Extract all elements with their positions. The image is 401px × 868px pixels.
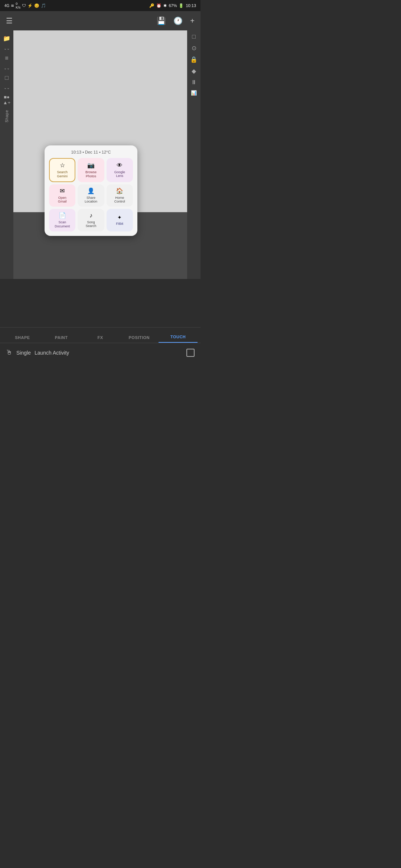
search-gemini-label: SearchGemini (57, 170, 68, 178)
share-location-button[interactable]: 👤 ShareLocation (78, 184, 104, 207)
tab-paint[interactable]: PAINT (42, 335, 81, 343)
status-left: 4G ≋ 0K/s 🛡 ⚡ 😊 🎵 (4, 2, 46, 9)
tab-fx[interactable]: FX (81, 335, 120, 343)
shape-label: Shape (5, 110, 9, 122)
status-bar: 4G ≋ 0K/s 🛡 ⚡ 😊 🎵 🔑 ⏰ ✱ 67% 🔋 10:13 (0, 0, 200, 11)
tab-position[interactable]: POSITION (120, 335, 159, 343)
popup-grid: ☆ SearchGemini 📷 BrowsePhotos 👁 GoogleLe… (49, 158, 133, 231)
tab-bar: SHAPE PAINT FX POSITION TOUCH (0, 327, 200, 343)
share-location-label: ShareLocation (85, 196, 97, 204)
add-button[interactable]: + (190, 17, 195, 25)
google-lens-button[interactable]: 👁 GoogleLens (107, 158, 133, 182)
home-control-button[interactable]: 🏠 HomeControl (107, 184, 133, 207)
data-speed: 0K/s (16, 2, 20, 9)
lock-icon[interactable]: 🔒 (190, 56, 198, 63)
battery-percent: 67% (169, 3, 177, 8)
popup-header: 10:13 • Dec 11 • 12°C (49, 150, 133, 154)
signal-icon: 4G (4, 4, 9, 8)
quick-actions-popup: 10:13 • Dec 11 • 12°C ☆ SearchGemini 📷 B… (45, 145, 137, 236)
canvas-area[interactable]: 10:13 • Dec 11 • 12°C ☆ SearchGemini 📷 B… (13, 30, 187, 279)
star-icon: ☆ (60, 162, 65, 169)
launch-activity-label[interactable]: Launch Activity (35, 350, 69, 356)
song-search-label: SongSearch (86, 220, 97, 228)
top-toolbar: ☰ 💾 🕐 + (0, 11, 200, 30)
action-bar: 🖱 Single Launch Activity (0, 343, 200, 362)
key-icon: 🔑 (149, 3, 154, 8)
document-icon: 📄 (59, 212, 66, 219)
chevron-down-3-icon: ⌄⌄ (2, 84, 11, 91)
menu-button[interactable]: ☰ (6, 16, 13, 25)
shield-icon: 🛡 (22, 3, 26, 8)
folder-icon[interactable]: 📁 (1, 33, 12, 43)
toolbar-left: ☰ (6, 16, 13, 25)
bolt-icon: ⚡ (27, 3, 33, 8)
search-gemini-button[interactable]: ☆ SearchGemini (49, 158, 75, 182)
battery-icon: 🔋 (179, 3, 184, 8)
mail-icon: ✉ (60, 187, 65, 194)
rectangle-icon[interactable]: □ (192, 33, 196, 40)
camera-icon: 📷 (87, 162, 95, 169)
bottom-empty-area (0, 279, 200, 327)
checkbox-icon[interactable] (186, 349, 195, 357)
frame-icon[interactable]: □ (3, 73, 10, 83)
person-icon: 👤 (87, 187, 95, 194)
scan-document-label: ScanDocument (55, 220, 70, 228)
time-display: 10:13 (186, 3, 196, 8)
fitbit-button[interactable]: ✦ Fitbit (107, 209, 133, 231)
home-icon: 🏠 (116, 187, 123, 194)
face-icon: 😊 (34, 3, 39, 8)
status-right: 🔑 ⏰ ✱ 67% 🔋 10:13 (149, 3, 196, 8)
open-gmail-button[interactable]: ✉ OpenGmail (49, 184, 75, 207)
right-sidebar: □ ⊙ 🔒 ◆ ⏸ 📊 (187, 30, 200, 279)
google-lens-label: GoogleLens (114, 170, 125, 178)
tab-touch[interactable]: TOUCH (159, 335, 198, 343)
song-search-button[interactable]: ♪ SongSearch (78, 209, 104, 231)
wifi-icon: ≋ (11, 3, 14, 8)
tab-shape[interactable]: SHAPE (3, 335, 42, 343)
fitbit-icon: ✦ (117, 214, 122, 220)
history-button[interactable]: 🕐 (173, 16, 183, 25)
alarm-icon: ⏰ (156, 3, 162, 8)
toolbar-right: 💾 🕐 + (157, 16, 195, 25)
chart-icon[interactable]: 📊 (191, 90, 197, 96)
browse-photos-label: BrowsePhotos (85, 170, 97, 178)
save-button[interactable]: 💾 (157, 16, 166, 25)
main-area: 📁 ⌄⌄ ≡ ⌄⌄ □ ⌄⌄ ■●▲+ Shape 10:13 • Dec 11… (0, 30, 200, 279)
shapes-icon[interactable]: ■●▲+ (1, 93, 12, 107)
media-icon: 🎵 (41, 3, 46, 8)
left-sidebar: 📁 ⌄⌄ ≡ ⌄⌄ □ ⌄⌄ ■●▲+ Shape (0, 30, 13, 279)
interaction-type-label: Single (16, 350, 31, 356)
focus-icon[interactable]: ⊙ (192, 45, 196, 52)
chevron-down-2-icon: ⌄⌄ (2, 65, 11, 72)
scan-document-button[interactable]: 📄 ScanDocument (49, 209, 75, 231)
fitbit-label: Fitbit (116, 222, 124, 226)
eye-icon: 👁 (117, 162, 123, 169)
bluetooth-icon: ✱ (163, 3, 167, 8)
layers-diamond-icon[interactable]: ◆ (192, 68, 196, 75)
music-note-icon: ♪ (89, 212, 92, 219)
mouse-icon: 🖱 (6, 349, 13, 356)
chevron-down-icon: ⌄⌄ (2, 45, 11, 52)
layers-icon[interactable]: ≡ (3, 53, 10, 63)
open-gmail-label: OpenGmail (58, 196, 67, 204)
pause-icon[interactable]: ⏸ (191, 79, 197, 86)
browse-photos-button[interactable]: 📷 BrowsePhotos (78, 158, 104, 182)
home-control-label: HomeControl (114, 196, 125, 204)
